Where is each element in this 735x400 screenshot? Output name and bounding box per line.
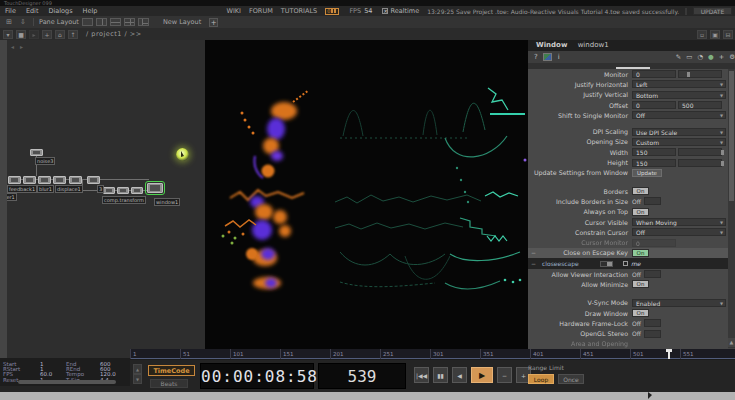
node-body[interactable] bbox=[117, 187, 129, 194]
node-body[interactable] bbox=[38, 176, 51, 184]
operator-name-field[interactable]: window1 bbox=[578, 41, 609, 49]
pathbar-button-4[interactable]: ⌂ bbox=[55, 30, 65, 39]
node-label[interactable]: noise3 bbox=[35, 157, 55, 165]
param-value-field[interactable]: 0 bbox=[632, 101, 676, 109]
add-parameter-icon[interactable]: + bbox=[719, 53, 724, 61]
slider-handle[interactable] bbox=[721, 161, 724, 166]
param-dropdown[interactable]: Custom bbox=[632, 138, 726, 146]
param-toggle[interactable]: On bbox=[632, 309, 649, 317]
add-layout-button[interactable]: + bbox=[209, 18, 218, 27]
node-label[interactable]: window1 bbox=[154, 198, 180, 206]
layout-preset-quad-button[interactable] bbox=[124, 18, 135, 26]
param-expression-row[interactable]: −closeescapeme bbox=[528, 258, 728, 269]
link-forum[interactable]: FORUM bbox=[245, 7, 277, 15]
scroll-up-icon[interactable]: ▲ bbox=[728, 338, 735, 347]
node-label[interactable]: blur1 bbox=[37, 185, 54, 193]
info-icon[interactable]: i bbox=[558, 53, 560, 61]
param-value-field[interactable]: 150 bbox=[632, 148, 676, 156]
link-wiki[interactable]: WIKI bbox=[222, 7, 245, 15]
param-toggle[interactable]: On bbox=[632, 280, 649, 288]
param-value-field-2[interactable]: 500 bbox=[678, 101, 722, 109]
param-dropdown[interactable]: Enabled bbox=[632, 299, 726, 307]
pane-maximize-icon[interactable]: ▣ bbox=[710, 30, 720, 39]
pathbar-button-1[interactable]: ■ bbox=[16, 30, 26, 39]
pane-minimize-icon[interactable]: ▫ bbox=[697, 30, 707, 39]
timeline-hscrollbar[interactable] bbox=[18, 380, 116, 384]
node-label[interactable]: feedback1 bbox=[7, 185, 37, 193]
param-toggle[interactable] bbox=[644, 270, 661, 278]
param-toggle[interactable] bbox=[644, 319, 661, 327]
network-editor-pane[interactable]: ◂ ▸ noise3feedback1blur1displace13ler1co… bbox=[7, 40, 205, 358]
expression-icon[interactable]: ✎ bbox=[676, 53, 681, 61]
node-body[interactable] bbox=[103, 187, 115, 194]
param-toggle[interactable]: On bbox=[632, 208, 649, 216]
node-label[interactable]: displace1 bbox=[55, 185, 83, 193]
new-layout-tab[interactable]: New Layout bbox=[163, 18, 201, 26]
grid-icon[interactable]: ⊞ bbox=[4, 18, 14, 26]
language-icon[interactable]: ● bbox=[708, 53, 714, 61]
param-button[interactable]: Update bbox=[632, 169, 662, 177]
node-body[interactable] bbox=[53, 176, 66, 184]
node-label[interactable]: comp.transform bbox=[102, 196, 146, 204]
pathbar-button-3[interactable]: + bbox=[42, 30, 52, 39]
playhead[interactable] bbox=[668, 349, 670, 359]
pane-split-icon[interactable]: ⊟ bbox=[723, 30, 733, 39]
node-body[interactable] bbox=[23, 176, 36, 184]
param-slider[interactable] bbox=[678, 148, 722, 156]
pause-button[interactable]: ▮▮ bbox=[433, 367, 448, 383]
param-slider[interactable] bbox=[678, 159, 722, 167]
comment-icon[interactable]: ▭ bbox=[686, 53, 692, 61]
beats-mode-button[interactable]: Beats bbox=[150, 379, 188, 388]
link-tutorials[interactable]: TUTORIALS bbox=[277, 7, 321, 15]
node-label[interactable]: 3 bbox=[97, 185, 104, 193]
slider-handle[interactable] bbox=[721, 150, 724, 155]
menu-edit[interactable]: Edit bbox=[21, 7, 44, 15]
menu-help[interactable]: Help bbox=[78, 7, 103, 15]
parameter-scrollbar[interactable]: ▲ ▼ bbox=[728, 69, 735, 358]
param-dropdown[interactable]: Off bbox=[632, 228, 726, 236]
menu-file[interactable]: File bbox=[0, 7, 21, 15]
menu-dialogs[interactable]: Dialogs bbox=[43, 7, 77, 15]
node-body[interactable] bbox=[87, 176, 100, 184]
layout-preset-split-h-button[interactable] bbox=[96, 18, 107, 26]
param-value-field[interactable]: 0 bbox=[632, 239, 676, 247]
timeline-ruler[interactable]: 151101151201251301351401451501551 bbox=[130, 349, 735, 359]
pathbar-button-5[interactable]: ↑ bbox=[68, 30, 78, 39]
param-toggle[interactable] bbox=[644, 197, 661, 205]
node-body[interactable] bbox=[8, 176, 21, 184]
step-forward-button[interactable]: − bbox=[497, 367, 512, 383]
param-dropdown[interactable]: When Moving bbox=[632, 218, 726, 226]
frame-display[interactable]: 539 bbox=[318, 363, 406, 389]
node-body[interactable] bbox=[69, 176, 82, 184]
layout-preset-triple-button[interactable] bbox=[138, 18, 149, 26]
collapse-icon[interactable]: − bbox=[531, 260, 536, 267]
node-body[interactable] bbox=[131, 187, 143, 194]
param-value-field[interactable]: 150 bbox=[632, 159, 676, 167]
step-down-icon[interactable]: ▼ bbox=[133, 374, 142, 384]
param-dropdown[interactable]: Left bbox=[632, 80, 726, 88]
network-nav-arrows[interactable]: ◂ ▸ bbox=[11, 43, 25, 50]
layout-preset-split-v-button[interactable] bbox=[110, 18, 121, 26]
param-toggle[interactable]: On bbox=[632, 249, 649, 257]
once-button[interactable]: Once bbox=[558, 374, 584, 384]
param-dropdown[interactable]: Use DPI Scale bbox=[632, 128, 726, 136]
param-toggle[interactable] bbox=[644, 330, 661, 338]
gear-icon[interactable]: ⚙ bbox=[729, 53, 735, 61]
layout-preset-single-button[interactable] bbox=[82, 18, 93, 26]
help-icon[interactable]: ? bbox=[534, 53, 538, 61]
me-checkbox[interactable] bbox=[623, 261, 628, 266]
node-body[interactable] bbox=[30, 149, 43, 156]
expression-toggle[interactable] bbox=[600, 261, 613, 267]
timecode-mode-button[interactable]: TimeCode bbox=[148, 365, 195, 376]
node-label[interactable]: ler1 bbox=[7, 193, 17, 201]
jump-start-button[interactable]: |◀◀ bbox=[414, 367, 429, 383]
eraser-icon[interactable]: ◔ bbox=[697, 53, 703, 61]
loop-button[interactable]: Loop bbox=[528, 374, 554, 384]
top-viewer-pane[interactable] bbox=[205, 40, 528, 358]
breadcrumb[interactable]: / project1 / >> bbox=[86, 30, 142, 38]
param-dropdown[interactable]: Bottom bbox=[632, 91, 726, 99]
param-toggle[interactable]: On bbox=[632, 187, 649, 195]
pathbar-button-2[interactable]: ▸ bbox=[29, 30, 39, 39]
scrollbar-handle[interactable] bbox=[729, 71, 734, 201]
pathbar-button-0[interactable]: ▾ bbox=[3, 30, 13, 39]
